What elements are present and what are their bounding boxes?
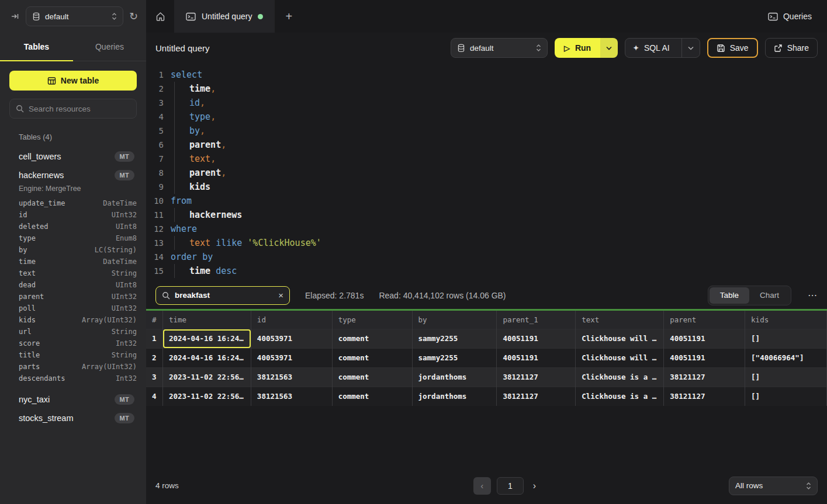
data-cell[interactable]: 2023-11-02 22:56… (162, 367, 251, 387)
tab-label: Untitled query (202, 12, 252, 21)
data-cell[interactable]: [] (745, 329, 827, 348)
sidebar-tab-queries[interactable]: Queries (73, 33, 146, 61)
results-search[interactable]: × (155, 286, 290, 305)
refresh-button[interactable]: ↻ (129, 10, 138, 23)
tables-section-label: Tables (4) (19, 133, 137, 141)
line-number: 5 (146, 124, 164, 138)
results-toolbar: × Elapsed: 2.781s Read: 40,414,102 rows … (146, 281, 827, 309)
data-cell[interactable]: 38121127 (664, 387, 745, 406)
editor-line: 15time desc (146, 264, 827, 278)
results-footer: 4 rows ‹ › All rows (146, 467, 827, 504)
data-cell[interactable]: 2023-11-02 22:56… (162, 387, 251, 406)
data-cell[interactable]: comment (332, 367, 412, 387)
column-name: type (19, 234, 36, 243)
data-cell[interactable]: 38121127 (497, 367, 576, 387)
column-name: descendants (19, 374, 65, 383)
table-item-stocks-stream[interactable]: stocks_stream MT (9, 409, 137, 427)
save-button[interactable]: Save (707, 38, 758, 58)
page-number-input[interactable] (497, 477, 524, 495)
column-name: kids (19, 316, 36, 325)
sidebar-search[interactable] (9, 99, 137, 119)
column-type: UInt32 (112, 293, 137, 301)
column-row: byLC(String) (9, 244, 137, 256)
home-tab[interactable] (146, 0, 174, 33)
new-tab-button[interactable]: + (275, 0, 303, 33)
engine-badge: MT (115, 151, 134, 162)
data-cell[interactable]: comment (332, 387, 412, 406)
column-type: LC(String) (95, 246, 137, 255)
data-cell[interactable]: comment (332, 348, 412, 367)
data-cell[interactable]: jordanthoms (412, 387, 497, 406)
data-cell[interactable]: ["40066964"] (745, 348, 827, 367)
data-cell[interactable]: 40053971 (251, 329, 332, 348)
queries-button[interactable]: Queries (753, 0, 827, 33)
data-cell[interactable]: Clickhouse will … (576, 348, 664, 367)
view-toggle-chart[interactable]: Chart (749, 287, 790, 304)
run-button[interactable]: ▷ Run (555, 38, 600, 58)
engine-badge: MT (115, 413, 134, 423)
table-item-nyc-taxi[interactable]: nyc_taxi MT (9, 390, 137, 409)
editor-line: 8parent, (146, 166, 827, 180)
sql-ai-label: SQL AI (644, 43, 670, 53)
data-cell[interactable]: [] (745, 367, 827, 387)
line-code: parent, (171, 166, 226, 180)
sidebar-database-selector[interactable]: default (26, 6, 123, 26)
data-cell[interactable]: [] (745, 387, 827, 406)
app: default ↻ Tables Queries New table (0, 0, 827, 504)
search-icon (162, 291, 170, 300)
results-more-button[interactable]: ⋯ (808, 290, 818, 301)
data-cell[interactable]: 40051191 (664, 348, 745, 367)
data-cell[interactable]: 38121563 (251, 367, 332, 387)
line-number: 1 (146, 68, 164, 82)
data-cell[interactable]: Clickhouse is a … (576, 367, 664, 387)
data-cell[interactable]: 40051191 (497, 329, 576, 348)
data-cell[interactable]: jordanthoms (412, 367, 497, 387)
column-type: UInt8 (116, 223, 137, 231)
data-cell[interactable]: 38121127 (664, 367, 745, 387)
view-toggle-table[interactable]: Table (710, 287, 749, 304)
table-item-cell-towers[interactable]: cell_towers MT (9, 147, 137, 166)
sql-editor[interactable]: 1select2time,3id,4type,5by,6parent,7text… (146, 63, 827, 281)
line-number: 12 (146, 222, 164, 236)
data-cell[interactable]: sammy2255 (412, 329, 497, 348)
table-item-hackernews[interactable]: hackernews MT (9, 166, 137, 185)
run-options-button[interactable] (600, 38, 618, 58)
chevron-right-icon: › (533, 481, 536, 491)
data-cell[interactable]: Clickhouse is a … (576, 387, 664, 406)
results-search-input[interactable] (175, 291, 274, 300)
query-database-selector[interactable]: default (451, 38, 548, 58)
data-cell[interactable]: comment (332, 329, 412, 348)
column-name: deleted (19, 223, 49, 231)
clear-search-button[interactable]: × (278, 290, 283, 300)
column-row: deadUInt8 (9, 279, 137, 291)
sidebar-tab-tables[interactable]: Tables (0, 33, 73, 61)
data-cell[interactable]: 38121127 (497, 387, 576, 406)
column-row: scoreInt32 (9, 338, 137, 349)
data-cell[interactable]: 2024-04-16 16:24… (162, 348, 251, 367)
sidebar-search-input[interactable] (29, 105, 130, 113)
tab-untitled-query[interactable]: Untitled query (174, 0, 275, 33)
data-cell[interactable]: 40051191 (497, 348, 576, 367)
sql-ai-options-button[interactable] (681, 39, 700, 57)
prev-page-button[interactable]: ‹ (473, 477, 491, 495)
table-row: 22024-04-16 16:24…40053971commentsammy22… (146, 348, 827, 367)
data-cell[interactable]: 2024-04-16 16:24… (162, 329, 251, 348)
data-cell[interactable]: 40051191 (664, 329, 745, 348)
data-cell[interactable]: 38121563 (251, 387, 332, 406)
page-size-selector[interactable]: All rows (729, 477, 818, 495)
column-type: Int32 (116, 374, 137, 383)
collapse-sidebar-button[interactable] (11, 12, 20, 21)
table-row: 42023-11-02 22:56…38121563commentjordant… (146, 387, 827, 406)
editor-line: 13text ilike '%ClickHouse%' (146, 236, 827, 250)
sql-ai-button[interactable]: ✦ SQL AI (625, 38, 700, 58)
next-page-button[interactable]: › (530, 481, 539, 491)
data-cell[interactable]: sammy2255 (412, 348, 497, 367)
share-button[interactable]: Share (765, 38, 818, 58)
editor-line: 1select (146, 68, 827, 82)
data-cell[interactable]: Clickhouse will … (576, 329, 664, 348)
new-table-button[interactable]: New table (9, 71, 137, 91)
column-type: String (112, 269, 137, 278)
editor-line: 11hackernews (146, 208, 827, 222)
data-cell[interactable]: 40053971 (251, 348, 332, 367)
column-row: titleString (9, 349, 137, 361)
